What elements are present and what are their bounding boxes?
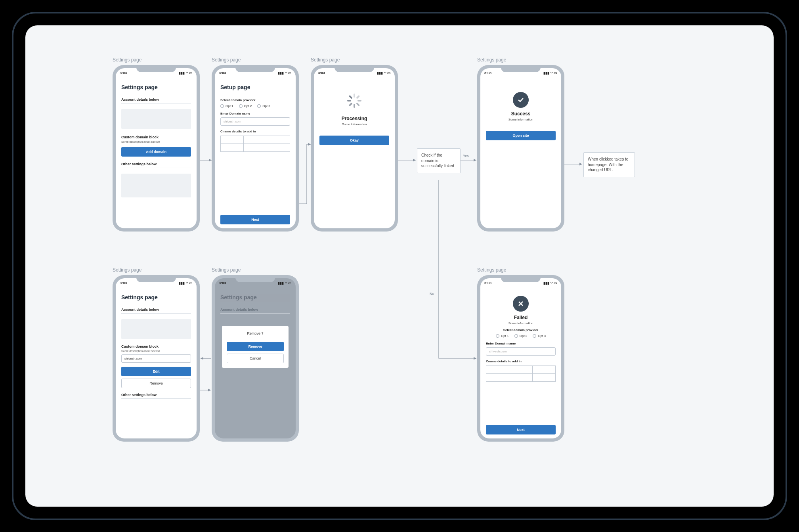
- frame-label: Settings page: [311, 57, 398, 63]
- phone-notch: [335, 65, 374, 72]
- phone-frame: 3:03 ▮▮▮ ⌔ ▭ Settings page Account detai…: [113, 65, 200, 232]
- domain-section-desc: Some description about section: [121, 350, 191, 352]
- account-section-label: Account details below: [121, 308, 191, 312]
- modal-remove-button[interactable]: Remove: [227, 342, 284, 351]
- domain-input-label: Enter Domain name: [220, 112, 290, 115]
- processing-title: Processing: [342, 116, 367, 121]
- page-title-dimmed: Settings page: [220, 294, 290, 300]
- canvas-area: Yes No Settings page 3:03: [25, 25, 774, 507]
- phone-frame: 3:03 ▮▮▮⌔▭ Failed Some information Selec…: [477, 275, 564, 442]
- next-button[interactable]: Next: [486, 425, 556, 434]
- frame-remove-modal[interactable]: Settings page 3:03 ▮▮▮⌔▭ Settings page A…: [212, 267, 299, 442]
- other-placeholder: [121, 174, 191, 197]
- phone-notch: [136, 275, 176, 282]
- frame-label: Settings page: [477, 267, 564, 273]
- other-section-label: Other settings below: [121, 162, 191, 166]
- phone-frame: 3:03 ▮▮▮⌔▭ Settings page Account details…: [212, 275, 299, 442]
- account-placeholder: [121, 109, 191, 129]
- account-section-label: Account details below: [121, 98, 191, 101]
- page-title: Settings page: [121, 294, 191, 300]
- radio-opt3[interactable]: Opt 3: [257, 104, 270, 108]
- failed-sub: Some information: [508, 321, 533, 325]
- frame-label: Settings page: [212, 267, 299, 273]
- domain-input[interactable]: shivesh.com: [486, 347, 556, 356]
- frame-label: Settings page: [212, 57, 299, 63]
- frame-label: Settings page: [113, 267, 200, 273]
- domain-value-input[interactable]: shivesh.com: [121, 354, 191, 363]
- remove-confirm-modal: Remove ? Remove Cancel: [222, 326, 289, 368]
- cname-table: [220, 136, 290, 152]
- edge-label-yes: Yes: [463, 154, 469, 158]
- phone-notch: [501, 275, 541, 282]
- decision-text: Check if the domain is successfully link…: [421, 153, 454, 168]
- add-domain-button[interactable]: Add domain: [121, 147, 191, 157]
- success-sub: Some information: [508, 118, 533, 121]
- domain-section-desc: Some description about section: [121, 140, 191, 143]
- status-time: 3:03: [484, 281, 491, 285]
- domain-section-label: Custom domain block: [121, 135, 191, 139]
- wifi-icon: ⌔: [186, 71, 188, 75]
- domain-input[interactable]: shivesh.com: [220, 117, 290, 126]
- radio-opt1[interactable]: Opt 1: [496, 334, 509, 338]
- open-site-button[interactable]: Open site: [486, 131, 556, 140]
- cname-label: Cname details to add in: [220, 130, 290, 133]
- provider-radio-group: Opt 1 Opt 2 Opt 3: [496, 334, 546, 338]
- edit-button[interactable]: Edit: [121, 367, 191, 376]
- success-title: Success: [511, 111, 531, 117]
- frame-settings-edit[interactable]: Settings page 3:03 ▮▮▮⌔▭ Settings page A…: [113, 267, 200, 442]
- phone-notch: [235, 275, 275, 282]
- okay-button[interactable]: Okay: [319, 136, 389, 145]
- other-section-label: Other settings below: [121, 393, 191, 397]
- phone-frame: 3:03 ▮▮▮⌔▭ Success Some information Open…: [477, 65, 564, 232]
- x-icon: [513, 296, 529, 312]
- frame-failed[interactable]: Settings page 3:03 ▮▮▮⌔▭: [477, 267, 564, 442]
- provider-label: Select domain provider: [220, 98, 290, 102]
- next-button[interactable]: Next: [220, 215, 290, 224]
- account-placeholder: [121, 319, 191, 339]
- phone-frame: 3:03 ▮▮▮⌔▭ Processing Some information O…: [311, 65, 398, 232]
- status-time: 3:03: [484, 71, 491, 75]
- frame-processing[interactable]: Settings page 3:03 ▮▮▮⌔▭ Processing: [311, 57, 398, 232]
- cname-label: Cname details to add in: [486, 360, 556, 363]
- tablet-frame: Yes No Settings page 3:03: [12, 12, 787, 520]
- account-section-dimmed: Account details below: [220, 308, 290, 312]
- radio-opt1[interactable]: Opt 1: [220, 104, 233, 108]
- frame-success[interactable]: Settings page 3:03 ▮▮▮⌔▭ Success: [477, 57, 564, 232]
- spinner-icon: [347, 94, 361, 108]
- phone-notch: [501, 65, 541, 72]
- status-time: 3:03: [120, 71, 127, 75]
- radio-opt2[interactable]: Opt 2: [514, 334, 528, 338]
- status-time: 3:03: [219, 281, 226, 285]
- frame-settings-initial[interactable]: Settings page 3:03 ▮▮▮ ⌔ ▭: [113, 57, 200, 232]
- homepage-note: When clickked takes to homepage. With th…: [583, 152, 635, 177]
- domain-input-label: Enter Domain name: [486, 342, 556, 345]
- frame-setup[interactable]: Settings page 3:03 ▮▮▮⌔▭ Setup page Sele…: [212, 57, 299, 232]
- radio-opt3[interactable]: Opt 3: [533, 334, 546, 338]
- processing-sub: Some information: [342, 122, 367, 126]
- modal-title: Remove ?: [227, 331, 284, 335]
- phone-frame: 3:03 ▮▮▮⌔▭ Setup page Select domain prov…: [212, 65, 299, 232]
- frame-label: Settings page: [113, 57, 200, 63]
- checkmark-icon: [513, 92, 529, 108]
- phone-frame: 3:03 ▮▮▮⌔▭ Settings page Account details…: [113, 275, 200, 442]
- phone-notch: [235, 65, 275, 72]
- edge-label-no: No: [430, 292, 434, 296]
- cname-table: [486, 366, 556, 382]
- decision-node[interactable]: Check if the domain is successfully link…: [417, 148, 461, 173]
- status-time: 3:03: [318, 71, 325, 75]
- frame-label: Settings page: [477, 57, 564, 63]
- battery-icon: ▭: [189, 71, 193, 75]
- page-title: Settings page: [121, 84, 191, 90]
- radio-opt2[interactable]: Opt 2: [239, 104, 252, 108]
- status-time: 3:03: [219, 71, 226, 75]
- modal-cancel-button[interactable]: Cancel: [227, 354, 284, 363]
- provider-radio-group: Opt 1 Opt 2 Opt 3: [220, 104, 290, 108]
- status-time: 3:03: [120, 281, 127, 285]
- phone-notch: [136, 65, 176, 72]
- page-title: Setup page: [220, 84, 290, 90]
- failed-title: Failed: [514, 315, 528, 320]
- remove-button[interactable]: Remove: [121, 379, 191, 388]
- provider-label: Select domain provider: [503, 328, 538, 332]
- domain-section-label: Custom domain block: [121, 344, 191, 348]
- signal-icon: ▮▮▮: [179, 71, 185, 75]
